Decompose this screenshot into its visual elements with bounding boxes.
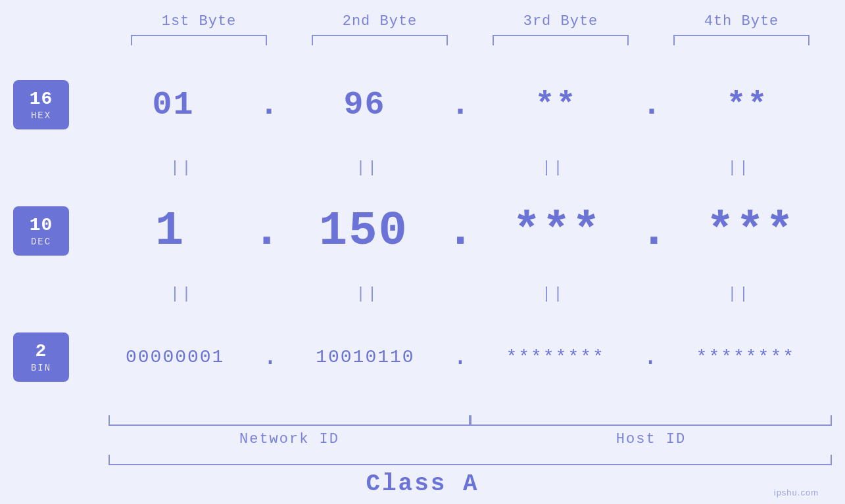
bin-sep-3: . bbox=[643, 343, 658, 371]
bottom-bracket-network bbox=[109, 415, 470, 426]
bin-badge: 2 BIN bbox=[13, 332, 69, 382]
dec-val-4: *** bbox=[706, 204, 796, 258]
eq-4: || bbox=[646, 159, 833, 177]
bin-byte-4: ******** bbox=[660, 347, 832, 367]
eq2-sign-1: || bbox=[170, 285, 193, 303]
hex-row: 16 HEX 01 . 96 . ** . ** bbox=[13, 52, 832, 158]
dec-val-3: *** bbox=[512, 204, 602, 258]
bin-sep-2: . bbox=[453, 343, 468, 371]
byte-label-3: 3rd Byte bbox=[470, 13, 651, 30]
dec-bytes-area: 1 . 150 . *** . *** bbox=[89, 204, 832, 258]
dec-row: 10 DEC 1 . 150 . *** . *** bbox=[13, 178, 832, 285]
dec-sep-1: . bbox=[253, 204, 281, 258]
byte-label-1: 1st Byte bbox=[109, 13, 289, 30]
eq-sign-3: || bbox=[542, 159, 565, 177]
bracket-cell-4 bbox=[651, 35, 832, 45]
dec-sep-3: . bbox=[640, 204, 668, 258]
bin-sep-1: . bbox=[262, 343, 278, 371]
watermark: ipshu.com bbox=[774, 488, 819, 497]
hex-badge-num: 16 bbox=[30, 89, 53, 109]
bin-row: 2 BIN 00000001 . 10010110 . ******** . *… bbox=[13, 304, 832, 410]
byte-labels-row: 1st Byte 2nd Byte 3rd Byte 4th Byte bbox=[13, 13, 832, 30]
long-bracket-row bbox=[13, 455, 832, 465]
hex-sep-3: . bbox=[642, 86, 662, 124]
bin-val-1: 00000001 bbox=[126, 347, 224, 367]
bottom-brackets-row bbox=[13, 415, 832, 426]
long-bracket bbox=[109, 455, 832, 465]
hex-byte-3: ** bbox=[471, 86, 640, 124]
eq2-sign-4: || bbox=[727, 285, 750, 303]
main-container: 1st Byte 2nd Byte 3rd Byte 4th Byte 16 H… bbox=[0, 0, 845, 504]
dec-byte-1: 1 bbox=[89, 204, 251, 258]
dec-byte-3: *** bbox=[476, 204, 639, 258]
bin-val-3: ******** bbox=[506, 347, 604, 367]
eq2-2: || bbox=[275, 285, 461, 303]
eq-2: || bbox=[275, 159, 461, 177]
top-bracket-3 bbox=[493, 35, 628, 45]
bin-val-4: ******** bbox=[696, 347, 795, 367]
byte-label-4: 4th Byte bbox=[651, 13, 832, 30]
bracket-cell-3 bbox=[470, 35, 651, 45]
eq2-sign-2: || bbox=[356, 285, 379, 303]
equals-row-1: || || || || bbox=[13, 158, 832, 178]
eq2-1: || bbox=[89, 285, 275, 303]
bin-badge-label: BIN bbox=[31, 363, 51, 373]
dec-badge-num: 10 bbox=[30, 215, 53, 235]
eq-sign-1: || bbox=[170, 159, 193, 177]
dec-badge-label: DEC bbox=[31, 237, 51, 247]
hex-val-3: ** bbox=[535, 86, 577, 124]
bin-byte-3: ******** bbox=[469, 347, 641, 367]
eq2-4: || bbox=[646, 285, 833, 303]
eq-sign-2: || bbox=[356, 159, 379, 177]
top-bracket-4 bbox=[673, 35, 809, 45]
host-id-label: Host ID bbox=[470, 431, 832, 447]
network-id-label: Network ID bbox=[109, 431, 470, 447]
top-brackets-row bbox=[13, 35, 832, 45]
eq2-3: || bbox=[460, 285, 646, 303]
bracket-cell-1 bbox=[109, 35, 289, 45]
id-labels-row: Network ID Host ID bbox=[13, 431, 832, 447]
dec-byte-2: 150 bbox=[282, 204, 445, 258]
hex-badge-label: HEX bbox=[31, 110, 51, 121]
bin-byte-2: 10010110 bbox=[279, 347, 451, 367]
eq2-sign-3: || bbox=[542, 285, 565, 303]
hex-byte-2: 96 bbox=[280, 86, 449, 124]
bin-bytes-area: 00000001 . 10010110 . ******** . *******… bbox=[89, 343, 832, 371]
hex-val-1: 01 bbox=[152, 86, 194, 124]
bin-val-2: 10010110 bbox=[316, 347, 414, 367]
bracket-cell-2 bbox=[289, 35, 470, 45]
byte-label-2: 2nd Byte bbox=[289, 13, 470, 30]
eq-3: || bbox=[460, 159, 646, 177]
hex-sep-2: . bbox=[450, 86, 470, 124]
hex-val-4: ** bbox=[726, 86, 768, 124]
class-label: Class A bbox=[366, 470, 479, 497]
eq-1: || bbox=[89, 159, 275, 177]
bottom-bracket-host bbox=[470, 415, 832, 426]
bin-byte-1: 00000001 bbox=[89, 347, 261, 367]
eq-sign-4: || bbox=[727, 159, 750, 177]
hex-bytes-area: 01 . 96 . ** . ** bbox=[89, 86, 832, 124]
hex-badge: 16 HEX bbox=[13, 80, 69, 129]
hex-byte-1: 01 bbox=[89, 86, 258, 124]
hex-byte-4: ** bbox=[663, 86, 832, 124]
bin-badge-num: 2 bbox=[36, 341, 47, 361]
dec-val-2: 150 bbox=[319, 204, 408, 258]
equals-row-2: || || || || bbox=[13, 284, 832, 304]
dec-sep-2: . bbox=[446, 204, 474, 258]
class-row: Class A ipshu.com bbox=[13, 470, 832, 497]
dec-val-1: 1 bbox=[155, 204, 185, 258]
top-bracket-1 bbox=[131, 35, 266, 45]
top-bracket-2 bbox=[312, 35, 447, 45]
hex-val-2: 96 bbox=[343, 86, 385, 124]
dec-badge: 10 DEC bbox=[13, 206, 69, 256]
dec-byte-4: *** bbox=[669, 204, 832, 258]
hex-sep-1: . bbox=[259, 86, 279, 124]
